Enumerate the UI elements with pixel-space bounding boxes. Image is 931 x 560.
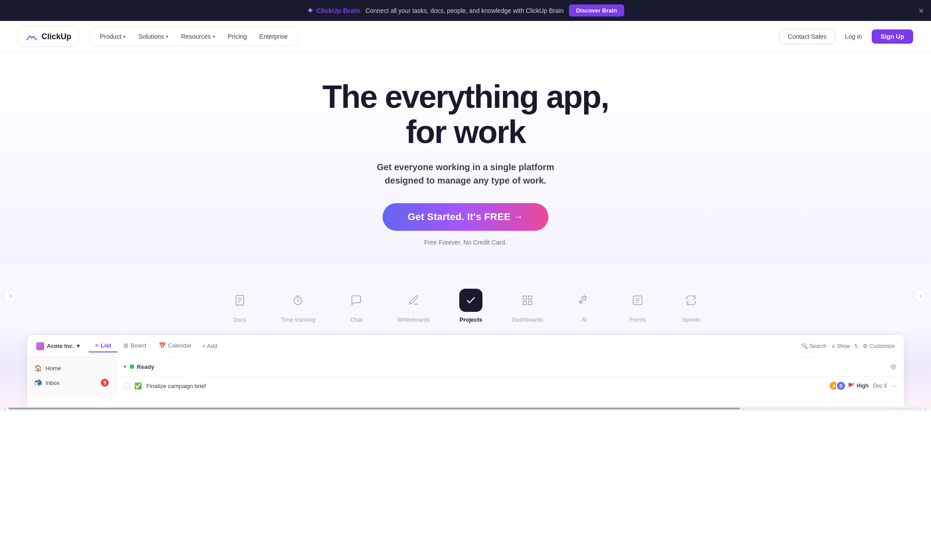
signup-button[interactable]: Sign Up xyxy=(872,29,913,44)
feature-ai[interactable]: AI xyxy=(557,282,611,330)
banner-close-button[interactable]: × xyxy=(919,6,924,15)
workspace-name[interactable]: Acme Inc. ▾ xyxy=(36,342,80,350)
feature-scroll-right-arrow[interactable]: › xyxy=(914,290,922,302)
app-sidebar: 🏠 Home 📬 Inbox 9 xyxy=(27,357,116,396)
app-customize-action[interactable]: ⚙ Customize xyxy=(863,343,895,349)
discover-brain-button[interactable]: Discover Brain xyxy=(569,4,624,16)
tab-list[interactable]: ≡ List xyxy=(89,339,117,352)
section-status: Ready xyxy=(130,364,154,370)
ai-label: AI xyxy=(581,316,587,323)
nav-enterprise[interactable]: Enterprise xyxy=(254,30,293,43)
resources-chevron-icon: ▾ xyxy=(213,34,215,40)
sidebar-item-home[interactable]: 🏠 Home xyxy=(27,361,116,375)
hero-headline: The everything app, for work xyxy=(9,79,922,150)
feature-whiteboards[interactable]: Whiteboards xyxy=(383,282,444,330)
clickup-logo-icon xyxy=(25,30,38,43)
docs-icon xyxy=(228,289,251,312)
calendar-tab-label: Calendar xyxy=(168,342,192,349)
feature-dashboards[interactable]: Dashboards xyxy=(498,282,557,330)
feature-icons-list: ‹ Docs Time tracking Chat Whiteboards xyxy=(9,282,922,330)
priority-label: High xyxy=(857,383,869,389)
list-tab-icon: ≡ xyxy=(95,342,99,349)
hero-subtitle: Get everyone working in a single platfor… xyxy=(9,160,922,187)
scroll-right-arrow[interactable]: › xyxy=(925,406,927,411)
svg-rect-6 xyxy=(528,296,532,300)
solutions-chevron-icon: ▾ xyxy=(166,34,169,40)
add-tab-label: + Add xyxy=(202,343,218,349)
feature-sprints[interactable]: Sprints xyxy=(664,282,718,330)
add-task-button[interactable]: ⊕ xyxy=(890,362,897,372)
section-chevron-icon[interactable]: ▾ xyxy=(124,364,126,370)
task-avatar-2: B xyxy=(836,381,846,391)
workspace-chevron-icon: ▾ xyxy=(77,343,80,349)
chat-label: Chat xyxy=(350,316,362,323)
app-preview-section: Acme Inc. ▾ ≡ List ⊞ Board 📅 Calendar + … xyxy=(0,330,931,406)
logo-box[interactable]: ClickUp xyxy=(18,26,79,47)
feature-time-tracking[interactable]: Time tracking xyxy=(267,282,330,330)
task-more-button[interactable]: ··· xyxy=(891,382,897,389)
sidebar-item-inbox[interactable]: 📬 Inbox 9 xyxy=(27,375,116,390)
app-search-action[interactable]: 🔍 Search xyxy=(801,343,827,349)
nav-pricing[interactable]: Pricing xyxy=(222,30,252,43)
chat-icon xyxy=(345,289,368,312)
projects-icon xyxy=(459,289,482,312)
tab-board[interactable]: ⊞ Board xyxy=(117,339,152,352)
app-tabs: ≡ List ⊞ Board 📅 Calendar + Add xyxy=(89,339,801,352)
home-icon: 🏠 xyxy=(34,364,42,372)
feature-chat[interactable]: Chat xyxy=(330,282,383,330)
workspace-icon xyxy=(36,342,44,350)
free-label: Free Forever. No Credit Card. xyxy=(9,239,922,246)
tab-add[interactable]: + Add xyxy=(198,340,222,352)
navbar: ClickUp Product ▾ Solutions ▾ Resources … xyxy=(0,21,931,53)
show-action-label: Show · 5 xyxy=(837,343,858,349)
sprints-label: Sprints xyxy=(682,316,700,323)
table-row: ✅ Finalize campaign brief A B 🚩 High Dec… xyxy=(116,376,904,396)
nav-links-group: Product ▾ Solutions ▾ Resources ▾ Pricin… xyxy=(90,27,298,46)
sprints-icon xyxy=(680,289,703,312)
customize-action-label: Customize xyxy=(869,343,895,349)
forms-label: Forms xyxy=(630,316,646,323)
workspace-label: Acme Inc. xyxy=(47,343,74,349)
task-priority: 🚩 High xyxy=(848,383,869,389)
feature-projects[interactable]: Projects xyxy=(444,282,498,330)
nav-resources[interactable]: Resources ▾ xyxy=(176,30,221,43)
scroll-left-arrow[interactable]: ‹ xyxy=(4,406,6,411)
login-button[interactable]: Log in xyxy=(840,29,866,44)
logo-text: ClickUp xyxy=(41,32,71,41)
task-section-header: ▾ Ready ⊕ xyxy=(116,357,904,376)
forms-icon xyxy=(626,289,649,312)
calendar-tab-icon: 📅 xyxy=(159,342,166,349)
top-banner: ✦ ClickUp Brain Connect all your tasks, … xyxy=(0,0,931,21)
hero-section: The everything app, for work Get everyon… xyxy=(0,53,931,264)
inbox-label: Inbox xyxy=(45,380,60,386)
task-checkbox[interactable] xyxy=(124,383,130,389)
brain-logo: ✦ ClickUp Brain xyxy=(307,6,360,16)
app-window: Acme Inc. ▾ ≡ List ⊞ Board 📅 Calendar + … xyxy=(27,335,904,406)
feature-scroll-left-arrow[interactable]: ‹ xyxy=(9,290,17,302)
task-status-icon: ✅ xyxy=(134,382,142,389)
nav-product[interactable]: Product ▾ xyxy=(95,30,131,43)
task-date: Dec 6 xyxy=(873,383,887,389)
app-show-action[interactable]: ≡ Show · 5 xyxy=(832,343,858,349)
projects-label: Projects xyxy=(460,316,482,323)
scroll-track[interactable] xyxy=(8,408,922,409)
search-action-label: Search xyxy=(810,343,827,349)
app-topbar-actions: 🔍 Search ≡ Show · 5 ⚙ Customize xyxy=(801,343,895,349)
dashboards-label: Dashboards xyxy=(512,316,543,323)
banner-text: Connect all your tasks, docs, people, an… xyxy=(366,7,564,14)
horizontal-scrollbar[interactable]: ‹ › xyxy=(0,406,931,411)
contact-sales-button[interactable]: Contact Sales xyxy=(779,29,835,44)
brain-brand-text: ClickUp Brain xyxy=(316,7,360,14)
inbox-badge: 9 xyxy=(101,379,109,387)
product-chevron-icon: ▾ xyxy=(123,34,126,40)
feature-docs[interactable]: Docs xyxy=(213,282,267,330)
board-tab-label: Board xyxy=(131,342,146,349)
svg-rect-8 xyxy=(528,302,532,305)
feature-forms[interactable]: Forms xyxy=(611,282,664,330)
tab-calendar[interactable]: 📅 Calendar xyxy=(152,339,198,352)
hero-cta-button[interactable]: Get Started. It's FREE → xyxy=(383,203,548,231)
board-tab-icon: ⊞ xyxy=(124,342,128,349)
app-content: ▾ Ready ⊕ ✅ Finalize campaign brief A B xyxy=(116,357,904,396)
section-status-label: Ready xyxy=(137,364,154,370)
nav-solutions[interactable]: Solutions ▾ xyxy=(133,30,174,43)
